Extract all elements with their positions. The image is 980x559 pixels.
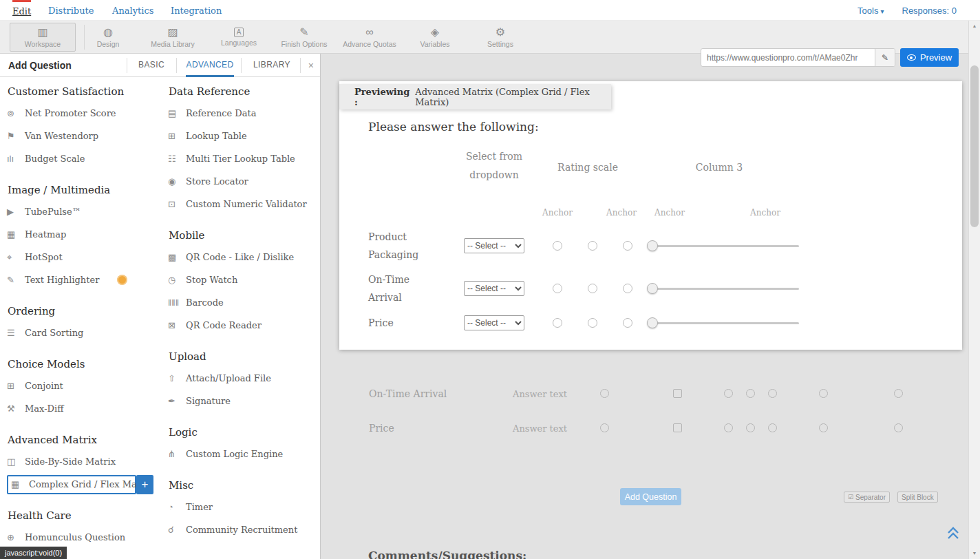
toolbar-languages[interactable]: ALanguages [208, 23, 270, 52]
toolbar-variables[interactable]: ◈Variables [404, 23, 466, 52]
qr-reader-icon: ⊠ [168, 320, 186, 330]
radio-button[interactable] [768, 423, 777, 432]
question-type-label: Barcode [186, 297, 224, 308]
radio-button[interactable] [724, 423, 733, 432]
add-selected-question-button[interactable]: + [136, 475, 153, 494]
preview-button[interactable]: Preview [900, 48, 959, 67]
question-type-timer[interactable]: ◔Timer [168, 496, 318, 518]
radio-button[interactable] [600, 423, 609, 432]
numeric-validator-icon: ⊡ [168, 199, 186, 209]
radio-button[interactable] [746, 389, 755, 398]
top-nav: EditDistributeAnalyticsIntegration Tools… [0, 0, 980, 21]
question-type-store-locator[interactable]: ◉Store Locator [168, 170, 318, 193]
top-nav-analytics[interactable]: Analytics [112, 0, 153, 21]
question-type-label: Reference Data [186, 108, 257, 118]
timer-icon: ◔ [168, 502, 186, 512]
toolbar-design[interactable]: ◍Design [77, 23, 139, 52]
question-type-complex-grid-flex-matrix[interactable]: ▦Complex Grid / Flex Matrix [7, 475, 136, 494]
radio-button[interactable] [819, 423, 828, 432]
question-type-label: QR Code Reader [186, 320, 262, 330]
tools-menu[interactable]: Tools▾ [858, 6, 884, 16]
toolbar-media-library[interactable]: ▨Media Library [142, 23, 204, 52]
survey-url-text: https://www.questionpro.com/t/AMae0Zhr [701, 53, 875, 63]
separator-toggle[interactable]: ☑ Separator [844, 492, 890, 503]
question-type-conjoint[interactable]: ⊞Conjoint [7, 375, 161, 397]
survey-url-field[interactable]: https://www.questionpro.com/t/AMae0Zhr ✎ [701, 48, 895, 67]
question-type-stop-watch[interactable]: ◷Stop Watch [168, 268, 318, 291]
tab-advanced[interactable]: ADVANCED [186, 54, 234, 77]
radio-button[interactable] [894, 423, 903, 432]
question-type-card-sorting[interactable]: ☰Card Sorting [7, 321, 161, 344]
checkbox[interactable] [673, 423, 682, 432]
toolbar-item-label: Languages [208, 39, 270, 47]
settings-gear-icon: ⚙ [469, 25, 531, 39]
question-type-attach-upload-file[interactable]: ⇧Attach/Upload File [168, 367, 318, 390]
top-nav-distribute[interactable]: Distribute [48, 0, 94, 21]
add-question-button[interactable]: Add Question [620, 488, 681, 505]
responses-count[interactable]: Responses: 0 [902, 6, 957, 16]
qr-like-dislike-icon: ▩ [168, 252, 186, 262]
question-type-signature[interactable]: ✒Signature [168, 390, 318, 412]
scrollbar-thumb[interactable] [970, 65, 979, 227]
toolbar-advance-quotas[interactable]: ∞Advance Quotas [339, 23, 401, 52]
question-type-label: Net Promoter Score [25, 108, 116, 118]
tab-basic[interactable]: BASIC [135, 54, 168, 77]
checkbox[interactable] [673, 389, 682, 398]
question-type-label: Card Sorting [25, 328, 83, 338]
scroll-to-top-button[interactable] [946, 527, 961, 542]
question-type-heatmap[interactable]: ▦Heatmap [7, 223, 161, 246]
toolbar-divider [84, 25, 85, 50]
chevron-up-icon [946, 527, 961, 540]
add-question-panel: Add Question BASIC ADVANCED LIBRARY × Cu… [0, 54, 321, 559]
question-type-barcode[interactable]: ‖‖‖Barcode [168, 291, 318, 314]
question-type-qr-code-like-dislike[interactable]: ▩QR Code - Like / Dislike [168, 246, 318, 268]
stopwatch-icon: ◷ [168, 275, 186, 285]
question-type-net-promoter-score[interactable]: ⊚Net Promoter Score [7, 102, 161, 125]
question-type-van-westendorp[interactable]: ⚑Van Westendorp [7, 125, 161, 147]
radio-button[interactable] [819, 389, 828, 398]
scrollbar-up-arrow[interactable]: ▲ [969, 21, 980, 32]
scrollbar-down-arrow[interactable]: ▼ [969, 548, 980, 559]
radio-button[interactable] [746, 423, 755, 432]
toolbar-settings[interactable]: ⚙Settings [469, 23, 531, 52]
top-nav-edit[interactable]: Edit [12, 0, 31, 21]
question-type-hotspot[interactable]: ⌖HotSpot [7, 246, 161, 268]
panel-section: Customer Satisfaction⊚Net Promoter Score… [7, 85, 161, 170]
edit-url-button[interactable]: ✎ [875, 49, 895, 66]
toolbar-item-label: Finish Options [273, 40, 335, 48]
toolbar-item-label: Settings [469, 40, 531, 48]
question-type-lookup-table[interactable]: ⊞Lookup Table [168, 125, 318, 147]
radio-button[interactable] [768, 389, 777, 398]
radio-button[interactable] [600, 389, 609, 398]
question-type-label: Stop Watch [186, 275, 237, 285]
preview-button-label: Preview [920, 52, 952, 63]
radio-button[interactable] [894, 389, 903, 398]
close-panel-button[interactable]: × [308, 54, 314, 77]
variables-tag-icon: ◈ [404, 25, 466, 39]
tools-icon: ⚒ [7, 403, 25, 414]
question-type-custom-numeric-validator[interactable]: ⊡Custom Numeric Validator [168, 193, 318, 215]
tab-library[interactable]: LIBRARY [251, 54, 293, 77]
question-type-community-recruitment[interactable]: ☌Community Recruitment [168, 518, 318, 541]
question-type-multi-tier-lookup-table[interactable]: ☷Multi Tier Lookup Table [168, 147, 318, 170]
radio-button[interactable] [724, 389, 733, 398]
question-type-qr-code-reader[interactable]: ⊠QR Code Reader [168, 314, 318, 337]
panel-column-right: Data Reference▤Reference Data⊞Lookup Tab… [168, 85, 318, 555]
question-type-homunculus-question[interactable]: ⊕Homunculus Question [7, 526, 161, 549]
split-block-button[interactable]: Split Block [897, 492, 938, 503]
question-type-max-diff[interactable]: ⚒Max-Diff [7, 397, 161, 420]
question-type-tubepulse[interactable]: ▶TubePulse™ [7, 200, 161, 223]
background-question-rows: On-Time ArrivalAnswer textPriceAnswer te… [321, 54, 968, 559]
question-type-side-by-side-matrix[interactable]: ◫Side-By-Side Matrix [7, 450, 161, 473]
toolbar-workspace[interactable]: ▥Workspace [10, 23, 76, 52]
highlighter-icon: ✎ [7, 275, 25, 285]
toolbar-finish-options[interactable]: ✎Finish Options [273, 23, 335, 52]
top-nav-integration[interactable]: Integration [171, 0, 222, 21]
panel-section: Data Reference▤Reference Data⊞Lookup Tab… [168, 85, 318, 215]
question-type-budget-scale[interactable]: ılıBudget Scale [7, 147, 161, 170]
question-type-reference-data[interactable]: ▤Reference Data [168, 102, 318, 125]
question-type-custom-logic-engine[interactable]: ⋔Custom Logic Engine [168, 443, 318, 465]
question-type-text-highlighter[interactable]: ✎Text Highlighter [7, 268, 161, 291]
split-block-label: Split Block [902, 494, 934, 501]
scrollbar[interactable]: ▲ ▼ [968, 21, 980, 559]
